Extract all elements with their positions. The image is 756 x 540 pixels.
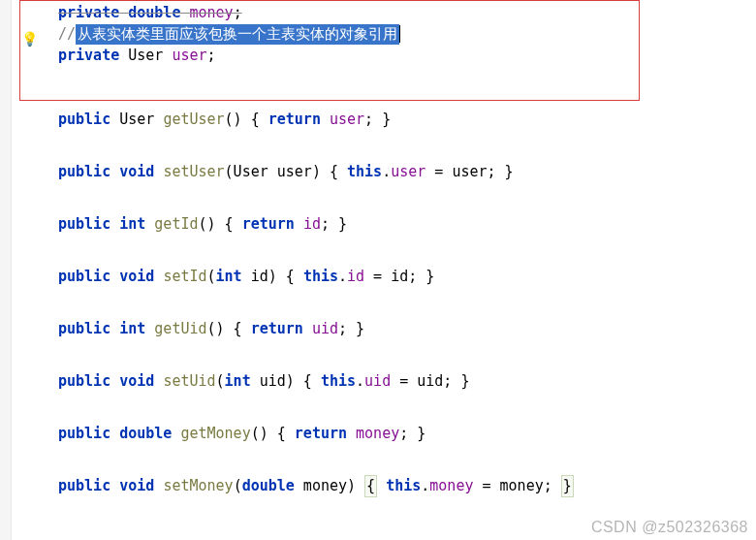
code-line[interactable]: public void setMoney(double money) { thi…: [12, 475, 756, 496]
keyword: private: [58, 46, 119, 66]
code-line[interactable]: public void setUid(int uid) { this.uid =…: [12, 370, 756, 392]
matching-brace: {: [364, 475, 377, 497]
code-line[interactable]: public int getUid() { return uid; }: [12, 318, 756, 339]
keyword: private: [58, 3, 119, 23]
code-line[interactable]: private User user;: [12, 45, 756, 66]
selected-text: 从表实体类里面应该包换一个主表实体的对象引用: [76, 24, 399, 45]
keyword: double: [128, 3, 180, 23]
code-line[interactable]: public void setId(int id) { this.id = id…: [12, 266, 756, 287]
code-line[interactable]: private double money;: [12, 2, 756, 23]
field: user: [172, 46, 206, 66]
code-line[interactable]: public User getUser() { return user; }: [12, 109, 756, 130]
code-line[interactable]: public double getMoney() { return money;…: [12, 423, 756, 444]
code-line[interactable]: public void setUser(User user) { this.us…: [12, 161, 756, 182]
code-line[interactable]: public int getId() { return id; }: [12, 213, 756, 235]
field: money: [189, 3, 233, 23]
intention-bulb-icon[interactable]: 💡: [21, 31, 37, 47]
editor-gutter: [0, 0, 12, 540]
watermark-text: CSDN @z502326368: [591, 519, 748, 536]
caret: [399, 25, 400, 43]
matching-brace: }: [561, 475, 574, 497]
comment-slashes: //: [58, 24, 76, 45]
code-editor[interactable]: private double money; //从表实体类里面应该包换一个主表实…: [0, 0, 756, 496]
code-line[interactable]: //从表实体类里面应该包换一个主表实体的对象引用: [12, 23, 756, 45]
